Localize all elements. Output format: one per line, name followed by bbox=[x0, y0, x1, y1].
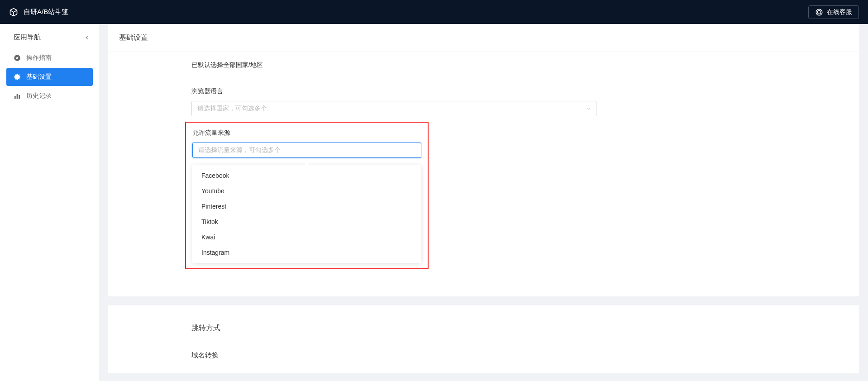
app-header: 自研A/B站斗篷 在线客服 bbox=[0, 0, 868, 24]
sidebar: 应用导航 操作指南 基础设置 bbox=[0, 24, 99, 381]
sidebar-item-settings[interactable]: 基础设置 bbox=[6, 68, 93, 86]
sidebar-item-history[interactable]: 历史记录 bbox=[6, 87, 93, 105]
select-placeholder: 请选择流量来源，可勾选多个 bbox=[198, 146, 281, 154]
svg-rect-8 bbox=[19, 95, 20, 99]
customer-service-button[interactable]: 在线客服 bbox=[808, 5, 859, 19]
sidebar-title: 应用导航 bbox=[14, 33, 41, 42]
settings-card: 基础设置 已默认选择全部国家/地区 浏览器语言 请选择国家，可勾选多个 bbox=[108, 24, 859, 296]
compass-icon bbox=[14, 54, 21, 62]
traffic-source-select[interactable]: 请选择流量来源，可勾选多个 Facebook Youtube Pinterest… bbox=[192, 143, 421, 263]
sidebar-header: 应用导航 bbox=[0, 24, 99, 49]
browser-lang-group: 浏览器语言 请选择国家，可勾选多个 bbox=[191, 87, 848, 116]
dropdown-option-instagram[interactable]: Instagram bbox=[192, 245, 421, 260]
default-country-text: 已默认选择全部国家/地区 bbox=[191, 61, 848, 69]
select-input[interactable]: 请选择流量来源，可勾选多个 bbox=[192, 143, 421, 158]
select-input[interactable]: 请选择国家，可勾选多个 bbox=[191, 101, 596, 116]
sidebar-menu: 操作指南 基础设置 历史记录 bbox=[0, 49, 99, 105]
select-placeholder: 请选择国家，可勾选多个 bbox=[197, 105, 267, 113]
dropdown-option-pinterest[interactable]: Pinterest bbox=[192, 199, 421, 214]
browser-lang-select[interactable]: 请选择国家，可勾选多个 bbox=[191, 101, 596, 116]
dropdown-option-tiktok[interactable]: Tiktok bbox=[192, 214, 421, 229]
card-header: 基础设置 bbox=[108, 24, 859, 52]
traffic-source-label: 允许流量来源 bbox=[192, 129, 421, 137]
main-content: 基础设置 已默认选择全部国家/地区 浏览器语言 请选择国家，可勾选多个 bbox=[99, 24, 868, 381]
traffic-source-group: 允许流量来源 请选择流量来源，可勾选多个 Facebook bbox=[192, 129, 421, 263]
svg-point-1 bbox=[816, 9, 822, 15]
domain-convert-title: 域名转换 bbox=[191, 351, 848, 360]
app-title: 自研A/B站斗篷 bbox=[24, 8, 68, 16]
svg-rect-6 bbox=[14, 96, 16, 99]
chevron-left-icon[interactable] bbox=[84, 34, 90, 41]
header-right: 在线客服 bbox=[808, 5, 859, 19]
redirect-card: 跳转方式 域名转换 bbox=[108, 305, 859, 373]
traffic-source-dropdown: Facebook Youtube Pinterest Tiktok Kwai I… bbox=[192, 165, 421, 263]
card-body: 跳转方式 域名转换 bbox=[108, 305, 859, 373]
cube-icon bbox=[9, 8, 18, 17]
redirect-method-title: 跳转方式 bbox=[191, 324, 848, 333]
dropdown-option-youtube[interactable]: Youtube bbox=[192, 183, 421, 199]
headset-icon bbox=[815, 8, 823, 16]
sidebar-item-label: 历史记录 bbox=[26, 92, 52, 100]
dropdown-arrow-icon bbox=[304, 162, 310, 165]
chevron-down-icon bbox=[586, 105, 592, 112]
sidebar-item-guide[interactable]: 操作指南 bbox=[6, 49, 93, 67]
sidebar-item-label: 操作指南 bbox=[26, 54, 52, 62]
chart-icon bbox=[14, 92, 21, 100]
header-left: 自研A/B站斗篷 bbox=[9, 8, 68, 17]
card-title: 基础设置 bbox=[119, 33, 848, 43]
main-layout: 应用导航 操作指南 基础设置 bbox=[0, 24, 868, 381]
sidebar-item-label: 基础设置 bbox=[26, 73, 52, 81]
customer-service-label: 在线客服 bbox=[827, 8, 852, 16]
svg-point-2 bbox=[817, 10, 821, 14]
gear-icon bbox=[14, 73, 21, 81]
svg-rect-7 bbox=[17, 94, 18, 99]
dropdown-option-facebook[interactable]: Facebook bbox=[192, 168, 421, 183]
dropdown-option-kwai[interactable]: Kwai bbox=[192, 229, 421, 245]
browser-lang-label: 浏览器语言 bbox=[191, 87, 848, 95]
card-body: 已默认选择全部国家/地区 浏览器语言 请选择国家，可勾选多个 允许流量 bbox=[108, 52, 859, 296]
highlight-box: 允许流量来源 请选择流量来源，可勾选多个 Facebook bbox=[185, 122, 429, 269]
